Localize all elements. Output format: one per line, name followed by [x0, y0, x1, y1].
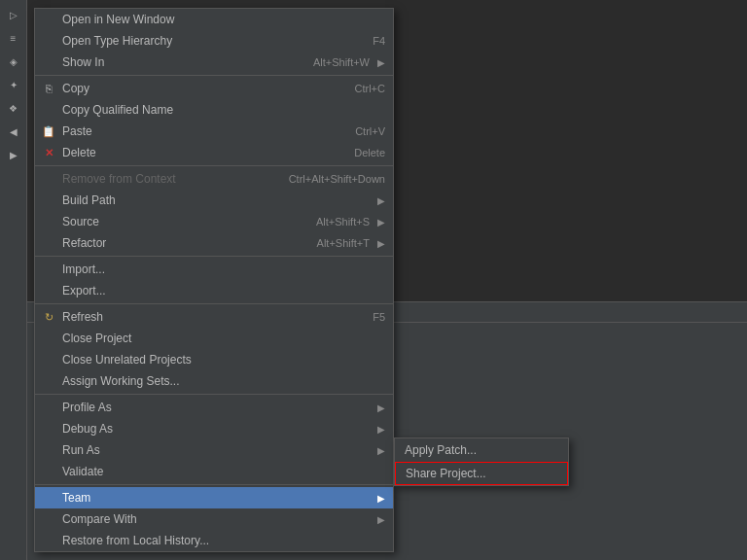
menu-item-paste[interactable]: 📋 Paste Ctrl+V: [35, 121, 393, 142]
menu-item-assign-working-label: Assign Working Sets...: [62, 374, 385, 388]
menu-item-build-path[interactable]: Build Path ▶: [35, 190, 393, 211]
context-menu: Open in New Window Open Type Hierarchy F…: [34, 8, 394, 552]
chevron-right-icon: ▶: [377, 57, 385, 68]
menu-item-delete[interactable]: ✕ Delete Delete: [35, 142, 393, 163]
menu-item-source-label: Source: [62, 215, 297, 228]
sidebar-icon-2[interactable]: ≡: [3, 27, 24, 49]
menu-item-delete-shortcut: Delete: [354, 147, 385, 158]
menu-item-compare-with[interactable]: Compare With ▶: [35, 508, 393, 530]
submenu-team: Apply Patch... Share Project...: [394, 438, 569, 486]
menu-item-team[interactable]: Team ▶: [35, 487, 393, 508]
menu-item-source-shortcut: Alt+Shift+S: [316, 216, 370, 228]
chevron-right-icon: ▶: [377, 217, 385, 228]
menu-item-build-path-label: Build Path: [62, 193, 370, 207]
sidebar-icon-3[interactable]: ◈: [3, 51, 24, 72]
menu-item-remove-context-label: Remove from Context: [62, 172, 269, 186]
menu-item-open-new-window[interactable]: Open in New Window: [35, 9, 393, 30]
menu-item-assign-working[interactable]: Assign Working Sets...: [35, 370, 393, 392]
menu-item-profile-as-label: Profile As: [62, 401, 370, 414]
menu-item-open-type-hierarchy-shortcut: F4: [373, 35, 385, 47]
menu-item-open-type-hierarchy-label: Open Type Hierarchy: [62, 34, 353, 48]
menu-item-open-new-window-label: Open in New Window: [62, 13, 366, 26]
menu-item-debug-as[interactable]: Debug As ▶: [35, 418, 393, 439]
menu-item-copy-qualified-label: Copy Qualified Name: [62, 103, 366, 117]
menu-item-remove-context: Remove from Context Ctrl+Alt+Shift+Down: [35, 168, 393, 190]
delete-icon: ✕: [39, 143, 58, 162]
submenu-item-apply-patch-label: Apply Patch...: [405, 443, 477, 457]
menu-item-refresh-label: Refresh: [62, 310, 353, 324]
paste-icon: 📋: [39, 122, 58, 141]
chevron-right-icon: ▶: [377, 514, 385, 525]
sidebar-icon-4[interactable]: ✦: [3, 74, 24, 95]
menu-item-import[interactable]: Import...: [35, 259, 393, 280]
submenu-item-apply-patch[interactable]: Apply Patch...: [395, 438, 568, 462]
menu-item-run-as-label: Run As: [62, 443, 370, 457]
menu-item-refresh-shortcut: F5: [373, 311, 385, 323]
menu-item-restore-local[interactable]: Restore from Local History...: [35, 530, 393, 551]
menu-item-refresh[interactable]: ↻ Refresh F5: [35, 306, 393, 328]
menu-item-show-in[interactable]: Show In Alt+Shift+W ▶: [35, 52, 393, 73]
menu-item-import-label: Import...: [62, 262, 385, 276]
chevron-right-icon: ▶: [377, 445, 385, 456]
menu-item-copy-label: Copy: [62, 82, 336, 95]
menu-item-copy[interactable]: ⎘ Copy Ctrl+C: [35, 78, 393, 99]
menu-item-validate-label: Validate: [62, 465, 385, 478]
menu-item-refactor-label: Refactor: [62, 236, 298, 250]
refresh-icon: ↻: [39, 307, 58, 327]
chevron-right-icon: ▶: [377, 424, 385, 435]
menu-item-refactor-shortcut: Alt+Shift+T: [317, 237, 370, 249]
menu-item-paste-shortcut: Ctrl+V: [355, 125, 385, 137]
menu-item-paste-label: Paste: [62, 124, 336, 138]
chevron-right-icon: ▶: [377, 238, 385, 249]
sidebar-icon-7[interactable]: ▶: [3, 144, 24, 165]
separator-3: [35, 256, 393, 257]
sidebar-icon-1[interactable]: ▷: [3, 4, 24, 25]
chevron-right-icon: ▶: [377, 493, 385, 504]
menu-item-delete-label: Delete: [62, 146, 335, 159]
menu-item-export[interactable]: Export...: [35, 280, 393, 301]
sidebar-icon-6[interactable]: ◀: [3, 121, 24, 142]
menu-item-remove-context-shortcut: Ctrl+Alt+Shift+Down: [289, 173, 385, 185]
menu-item-compare-with-label: Compare With: [62, 512, 370, 526]
menu-item-restore-local-label: Restore from Local History...: [62, 534, 385, 547]
submenu-item-share-project[interactable]: Share Project...: [395, 462, 568, 485]
menu-item-debug-as-label: Debug As: [62, 422, 370, 436]
separator-4: [35, 303, 393, 304]
menu-item-close-unrelated[interactable]: Close Unrelated Projects: [35, 349, 393, 370]
copy-icon: ⎘: [39, 79, 58, 98]
menu-item-close-unrelated-label: Close Unrelated Projects: [62, 353, 385, 367]
sidebar: ▷ ≡ ◈ ✦ ❖ ◀ ▶: [0, 0, 27, 560]
separator-2: [35, 165, 393, 166]
separator-5: [35, 394, 393, 395]
menu-item-source[interactable]: Source Alt+Shift+S ▶: [35, 211, 393, 232]
sidebar-icon-5[interactable]: ❖: [3, 97, 24, 119]
menu-item-refactor[interactable]: Refactor Alt+Shift+T ▶: [35, 232, 393, 254]
separator-6: [35, 484, 393, 485]
separator-1: [35, 75, 393, 76]
menu-item-team-label: Team: [62, 491, 370, 505]
menu-item-copy-shortcut: Ctrl+C: [355, 83, 385, 94]
chevron-right-icon: ▶: [377, 195, 385, 206]
menu-item-close-project-label: Close Project: [62, 332, 385, 345]
menu-item-export-label: Export...: [62, 284, 385, 298]
submenu-item-share-project-label: Share Project...: [406, 467, 486, 480]
menu-item-show-in-shortcut: Alt+Shift+W: [313, 56, 370, 68]
menu-item-open-type-hierarchy[interactable]: Open Type Hierarchy F4: [35, 30, 393, 52]
menu-item-profile-as[interactable]: Profile As ▶: [35, 397, 393, 418]
menu-item-show-in-label: Show In: [62, 55, 294, 69]
menu-item-close-project[interactable]: Close Project: [35, 328, 393, 349]
menu-item-copy-qualified[interactable]: Copy Qualified Name: [35, 99, 393, 121]
chevron-right-icon: ▶: [377, 402, 385, 413]
menu-item-validate[interactable]: Validate: [35, 461, 393, 482]
menu-item-run-as[interactable]: Run As ▶: [35, 439, 393, 461]
